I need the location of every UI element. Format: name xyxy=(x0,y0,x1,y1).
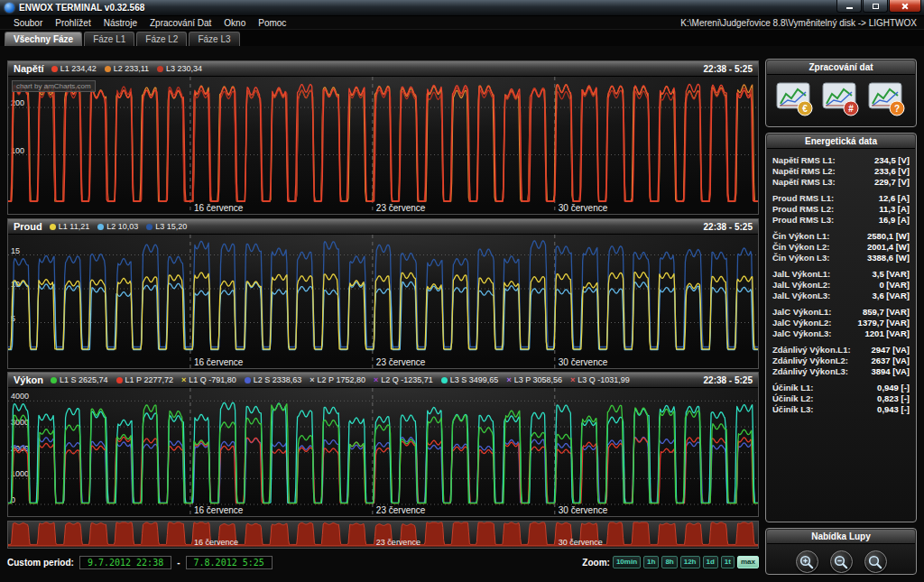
svg-text:16 července: 16 července xyxy=(194,203,244,213)
legend-item-l2-p-1752-80[interactable]: ×L2 P 1752,80 xyxy=(310,375,365,384)
export-update-icon[interactable]: ? xyxy=(868,82,906,116)
energy-value: 16,9 [A] xyxy=(879,215,910,226)
menu-item-okno[interactable]: Okno xyxy=(217,18,252,28)
energy-value: 0,949 [-] xyxy=(877,383,910,393)
zoom-range-button-12h[interactable]: 12h xyxy=(680,556,700,568)
legend-item-l3-q-1031-99[interactable]: ×L3 Q -1031,99 xyxy=(570,375,630,384)
energy-row-zd-nliv-v-konl3: Zdánlivý VýkonL3:3894 [VA] xyxy=(772,366,910,377)
legend-item-l1-234-42[interactable]: L1 234,42 xyxy=(51,64,97,73)
menu-item-prohl-et[interactable]: Prohlížet xyxy=(49,18,97,28)
legend-item-l2-q-1235-71[interactable]: ×L2 Q -1235,71 xyxy=(374,375,433,384)
legend-label: L3 S 3499,65 xyxy=(450,375,499,384)
overview-scroll-chart[interactable]: 16 července23 července30 července xyxy=(7,521,759,549)
energy-label: Zdánlivý VýkonL3: xyxy=(772,366,848,377)
legend-label: L3 230,34 xyxy=(166,64,202,73)
zoom-range-button-10min[interactable]: 10min xyxy=(613,556,641,568)
tab-f-ze-l1[interactable]: Fáze L1 xyxy=(84,32,134,46)
energy-row-jall-v-konl1: JalL VýkonL1:3,5 [VAR] xyxy=(772,269,910,280)
maximize-button[interactable] xyxy=(863,0,888,13)
tab-f-ze-l2[interactable]: Fáze L2 xyxy=(136,32,187,46)
zoom-range-button-8h[interactable]: 8h xyxy=(661,556,677,568)
menu-item-pomoc[interactable]: Pomoc xyxy=(252,18,292,28)
energy-label: Napětí RMS L1: xyxy=(772,155,836,166)
legend-item-l2-10-03[interactable]: L2 10,03 xyxy=(97,222,138,231)
svg-text:1000: 1000 xyxy=(11,469,29,478)
energy-value: 229,7 [V] xyxy=(874,177,910,188)
chart-plot-napeti[interactable]: chart by amCharts.com 10020016 července2… xyxy=(8,77,758,214)
legend-item-l3-s-3499-65[interactable]: L3 S 3499,65 xyxy=(441,375,499,384)
processing-panel: Zpracování dat €#? xyxy=(765,59,917,127)
series-dot-icon xyxy=(116,377,123,383)
tab-f-ze-l3[interactable]: Fáze L3 xyxy=(189,32,239,46)
processing-panel-title: Zpracování dat xyxy=(767,60,915,75)
zoom-range-button-1h[interactable]: 1h xyxy=(643,556,659,568)
menu-item-soubor[interactable]: Soubor xyxy=(7,18,49,28)
chart-panel-proud: Proud L1 11,21L2 10,03L3 15,20 22:38 - 5… xyxy=(7,218,759,369)
energy-value: 3,5 [VAR] xyxy=(872,269,910,280)
energy-row-proud-rms-l1: Proud RMS L1:12,6 [A] xyxy=(772,193,910,204)
energy-label: Zdánlivý VýkonL2: xyxy=(772,356,848,366)
zoom-in-button[interactable] xyxy=(796,550,818,573)
bottom-toolbar: Custom period: 9.7.2012 22:38 - 7.8.2012… xyxy=(7,552,759,572)
period-from-field[interactable]: 9.7.2012 22:38 xyxy=(79,556,171,569)
tabbar: Všechny FázeFáze L1Fáze L2Fáze L3 xyxy=(0,30,924,46)
export-finance-icon[interactable]: € xyxy=(776,82,814,116)
zoom-search-button[interactable] xyxy=(864,550,887,573)
tab-v-echny-f-ze[interactable]: Všechny Fáze xyxy=(5,32,82,46)
energy-data-panel: Energetická data Napětí RMS L1:234,5 [V]… xyxy=(765,133,917,522)
legend-label: L1 S 2625,74 xyxy=(60,375,108,384)
energy-row-in-k-l3: Účiník L3:0,943 [-] xyxy=(772,404,910,415)
close-icon xyxy=(901,3,909,10)
legend-item-l2-s-2338-63[interactable]: L2 S 2338,63 xyxy=(245,375,302,384)
zoom-range-button-max[interactable]: max xyxy=(737,556,759,568)
legend-label: L3 P 3058,56 xyxy=(514,375,562,384)
energy-label: JalL VýkonL1: xyxy=(772,269,830,280)
energy-groups: Napětí RMS L1:234,5 [V]Napětí RMS L2:233… xyxy=(766,149,916,415)
svg-text:23 července: 23 července xyxy=(376,538,420,547)
legend-item-l3-p-3058-56[interactable]: ×L3 P 3058,56 xyxy=(506,375,562,384)
chart-plot-proud[interactable]: 5101516 července23 července30 července xyxy=(8,235,758,368)
svg-text:30 července: 30 července xyxy=(559,357,608,367)
legend-label: L1 Q -791,80 xyxy=(189,375,236,384)
zoom-range-button-1d[interactable]: 1d xyxy=(703,556,718,568)
svg-text:16 července: 16 července xyxy=(194,505,244,515)
series-dot-icon xyxy=(51,377,57,383)
period-to-field[interactable]: 7.8.2012 5:25 xyxy=(186,556,273,569)
legend-item-l3-15-20[interactable]: L3 15,20 xyxy=(146,222,187,231)
menu-item-n-stroje[interactable]: Nástroje xyxy=(97,18,143,28)
energy-row-in-v-kon-l3: Čin Výkon L3:3388,6 [W] xyxy=(772,253,910,263)
chart-plot-vykon[interactable]: 0100020003000400016 července23 července3… xyxy=(8,388,758,516)
app-logo-icon xyxy=(5,3,14,13)
svg-text:?: ? xyxy=(894,104,900,114)
energy-group: Napětí RMS L1:234,5 [V]Napětí RMS L2:233… xyxy=(772,155,910,188)
energy-label: JalL VýkonL3: xyxy=(772,291,830,301)
export-report-icon[interactable]: # xyxy=(822,82,860,116)
energy-row-proud-rms-l3: Proud RMS L3:16,9 [A] xyxy=(772,215,910,226)
zoom-range-button-1t[interactable]: 1t xyxy=(721,556,735,568)
legend-item-l1-q-791-80[interactable]: ×L1 Q -791,80 xyxy=(181,375,236,384)
chart-legend-vykon: L1 S 2625,74L1 P 2277,72×L1 Q -791,80L2 … xyxy=(51,375,697,384)
legend-label: L2 P 1752,80 xyxy=(318,375,365,384)
energy-label: Čin Výkon L3: xyxy=(772,253,829,263)
legend-item-l1-11-21[interactable]: L1 11,21 xyxy=(50,222,89,231)
legend-item-l1-s-2625-74[interactable]: L1 S 2625,74 xyxy=(51,375,108,384)
zoom-out-button[interactable] xyxy=(830,550,853,573)
energy-label: Čin Výkon L2: xyxy=(772,242,829,253)
energy-label: Účiník L1: xyxy=(772,383,813,393)
legend-label: L1 P 2277,72 xyxy=(125,375,173,384)
zoom-label: Zoom: xyxy=(582,558,610,568)
energy-label: Proud RMS L1: xyxy=(772,193,834,204)
menu-item-zpracov-n-dat[interactable]: Zpracování Dat xyxy=(143,18,217,28)
energy-value: 2637 [VA] xyxy=(871,356,910,366)
titlebar: ENWOX TERMINAL v0.32.568 xyxy=(0,0,924,16)
minimize-button[interactable] xyxy=(836,0,862,13)
energy-label: JalL VýkonL2: xyxy=(772,280,830,291)
energy-label: Proud RMS L2: xyxy=(772,204,834,215)
close-button[interactable] xyxy=(889,0,921,13)
legend-item-l1-p-2277-72[interactable]: L1 P 2277,72 xyxy=(116,375,173,384)
chart-panel-napeti: Napětí L1 234,42L2 233,11L3 230,34 22:38… xyxy=(7,60,759,215)
energy-value: 0 [VAR] xyxy=(879,280,910,291)
zoom-menu-buttons xyxy=(766,544,916,573)
legend-item-l3-230-34[interactable]: L3 230,34 xyxy=(157,64,202,73)
legend-item-l2-233-11[interactable]: L2 233,11 xyxy=(105,64,149,73)
